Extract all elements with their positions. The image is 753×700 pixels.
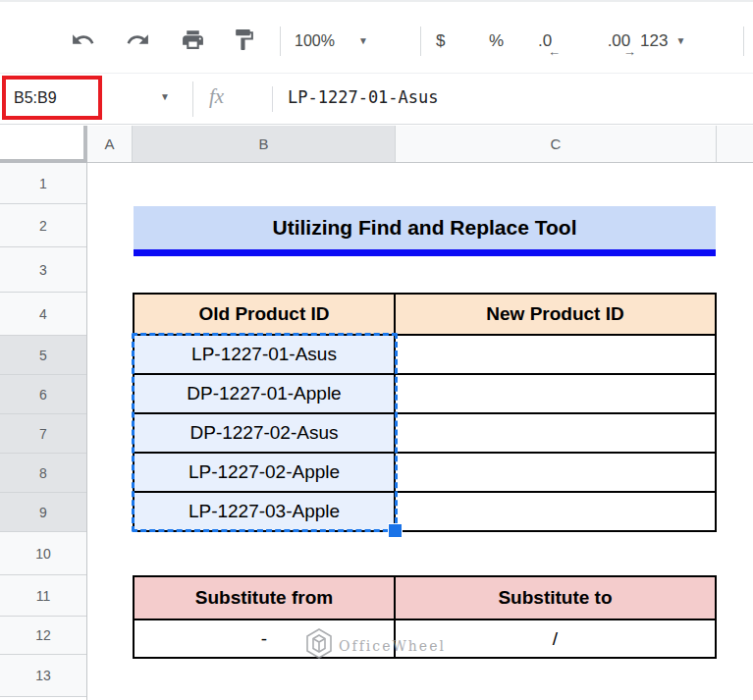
column-header-b[interactable]: B	[133, 126, 396, 162]
row-header-11[interactable]: 11	[0, 575, 86, 617]
paint-format-icon	[232, 27, 256, 55]
table-row: DP-1227-02-Asus	[134, 412, 715, 452]
select-all-corner[interactable]	[0, 126, 87, 163]
undo-button[interactable]	[65, 24, 100, 59]
table-row: LP-1227-02-Apple	[134, 452, 715, 491]
cell-b4-old-product-id[interactable]: Old Product ID	[134, 295, 396, 334]
fx-icon: fx	[209, 84, 224, 109]
row-header-8[interactable]: 8	[0, 454, 86, 493]
watermark: OfficeWheel	[304, 627, 446, 664]
officewheel-logo-icon	[304, 627, 334, 664]
column-headers: A B C	[87, 126, 753, 163]
row-header-10[interactable]: 10	[0, 532, 86, 575]
table-row: DP-1227-01-Apple	[134, 373, 715, 412]
more-formats-button[interactable]: 123 ▼	[640, 24, 685, 59]
cell-c11-substitute-to[interactable]: Substitute to	[396, 577, 715, 619]
zoom-value: 100%	[295, 32, 335, 50]
print-button[interactable]	[175, 24, 210, 59]
product-id-table: Old Product ID New Product ID LP-1227-01…	[133, 293, 717, 532]
toolbar-divider	[420, 27, 421, 56]
sheet-title: Utilizing Find and Replace Tool	[273, 216, 577, 240]
cell-b5[interactable]: LP-1227-01-Asus	[134, 336, 396, 373]
row-header-1[interactable]: 1	[0, 163, 86, 204]
toolbar: 100% ▼ $ % .0 ← .00 → 123 ▼	[0, 0, 753, 74]
formula-input[interactable]: LP-1227-01-Asus	[288, 87, 439, 107]
cell-c8[interactable]	[396, 454, 715, 491]
currency-format-button[interactable]: $	[436, 24, 445, 59]
name-box-dropdown-icon[interactable]: ▼	[160, 92, 170, 102]
fill-handle[interactable]	[389, 524, 402, 537]
toolbar-divider	[280, 27, 281, 56]
row-header-5[interactable]: 5	[0, 336, 86, 375]
cell-c7[interactable]	[396, 414, 715, 452]
row-header-6[interactable]: 6	[0, 375, 86, 414]
name-box-value: B5:B9	[14, 89, 57, 107]
column-header-d-partial[interactable]	[717, 126, 753, 162]
table-row: LP-1227-01-Asus	[134, 334, 715, 373]
table-row: LP-1227-03-Apple	[134, 491, 715, 530]
formula-bar: B5:B9 ▼ fx LP-1227-01-Asus	[0, 77, 753, 125]
column-header-c[interactable]: C	[396, 126, 717, 162]
row-headers: 1 2 3 4 5 6 7 8 9 10 11 12 13	[0, 163, 87, 700]
redo-button[interactable]	[120, 24, 155, 59]
percent-format-button[interactable]: %	[489, 24, 504, 59]
column-header-a[interactable]: A	[87, 126, 133, 162]
watermark-text: OfficeWheel	[339, 638, 446, 654]
row-header-12[interactable]: 12	[0, 617, 86, 655]
cell-c9[interactable]	[396, 493, 715, 530]
cell-c6[interactable]	[396, 375, 715, 412]
zoom-dropdown[interactable]: 100% ▼	[295, 24, 368, 59]
undo-icon	[71, 27, 95, 55]
cell-b7[interactable]: DP-1227-02-Asus	[134, 414, 396, 452]
formula-bar-divider	[192, 81, 193, 117]
print-icon	[181, 27, 205, 55]
arrow-right-icon: →	[623, 44, 636, 59]
increase-decimal-button[interactable]: .00 →	[608, 24, 631, 59]
more-formats-label: 123	[640, 31, 668, 51]
row-header-9[interactable]: 9	[0, 493, 86, 532]
cell-c4-new-product-id[interactable]: New Product ID	[396, 295, 715, 334]
name-box[interactable]: B5:B9	[2, 76, 102, 120]
cell-c5[interactable]	[396, 336, 715, 373]
formula-bar-divider	[272, 86, 273, 112]
table-header-row: Substitute from Substitute to	[134, 577, 715, 619]
chevron-down-icon: ▼	[675, 36, 685, 46]
spreadsheet-app: 100% ▼ $ % .0 ← .00 → 123 ▼ B5:B9 ▼ fx L…	[0, 0, 753, 700]
cell-title-b2[interactable]: Utilizing Find and Replace Tool	[134, 206, 716, 256]
cell-b6[interactable]: DP-1227-01-Apple	[134, 375, 396, 412]
chevron-down-icon: ▼	[358, 36, 368, 46]
cell-b11-substitute-from[interactable]: Substitute from	[134, 577, 396, 619]
row-header-7[interactable]: 7	[0, 414, 86, 454]
row-header-3[interactable]: 3	[0, 247, 86, 293]
row-header-2[interactable]: 2	[0, 204, 86, 247]
paint-format-button[interactable]	[226, 24, 261, 59]
table-header-row: Old Product ID New Product ID	[134, 295, 715, 334]
decrease-decimal-button[interactable]: .0 ←	[538, 24, 552, 59]
redo-icon	[126, 27, 150, 55]
row-header-4[interactable]: 4	[0, 293, 86, 336]
row-header-13[interactable]: 13	[0, 655, 86, 697]
arrow-left-icon: ←	[548, 44, 561, 59]
cell-b8[interactable]: LP-1227-02-Apple	[134, 454, 396, 491]
cell-b9[interactable]: LP-1227-03-Apple	[134, 493, 396, 530]
toolbar-divider	[743, 27, 744, 56]
